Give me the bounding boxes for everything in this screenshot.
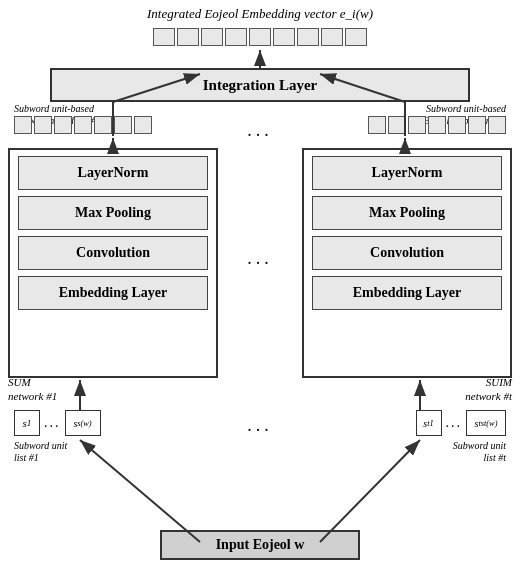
token-ststw: stst(w) — [466, 410, 506, 436]
diagram: Integrated Eojeol Embedding vector e_i(w… — [0, 0, 520, 572]
sub-cell — [54, 116, 72, 134]
svg-line-11 — [320, 440, 420, 542]
tokens-right: st1 ... stst(w) — [416, 410, 507, 436]
output-vector — [153, 28, 367, 46]
net-label-right: SUIM network #t — [465, 375, 512, 404]
sub-cell — [428, 116, 446, 134]
vector-cell — [225, 28, 247, 46]
token-dots-left: ... — [44, 415, 61, 431]
top-label: Integrated Eojeol Embedding vector e_i(w… — [147, 6, 373, 22]
subword-label-right: Subword unit list #t — [453, 440, 506, 464]
embedding-right: Embedding Layer — [312, 276, 502, 310]
token-ssw: ss(w) — [65, 410, 101, 436]
sub-cell — [448, 116, 466, 134]
sub-emb-right — [368, 116, 506, 134]
token-dots-right: ... — [446, 415, 463, 431]
dots-mid: ... — [247, 248, 273, 269]
vector-cell — [297, 28, 319, 46]
dots-tokens: ... — [247, 415, 273, 436]
sub-cell — [34, 116, 52, 134]
vector-cell — [345, 28, 367, 46]
sub-cell — [388, 116, 406, 134]
sub-cell — [134, 116, 152, 134]
integration-layer: Integration Layer — [50, 68, 470, 102]
net-label-left: SUM network #1 — [8, 375, 57, 404]
tokens-left: s1 ... ss(w) — [14, 410, 101, 436]
sub-cell — [468, 116, 486, 134]
dots-sub-emb: ... — [247, 120, 273, 141]
vector-cell — [273, 28, 295, 46]
vector-cell — [177, 28, 199, 46]
sub-cell — [368, 116, 386, 134]
convolution-left: Convolution — [18, 236, 208, 270]
maxpooling-right: Max Pooling — [312, 196, 502, 230]
sub-cell — [114, 116, 132, 134]
layernorm-left: LayerNorm — [18, 156, 208, 190]
token-st1: st1 — [416, 410, 442, 436]
input-eojeol-box: Input Eojeol w — [160, 530, 360, 560]
vector-cell — [153, 28, 175, 46]
vector-cell — [201, 28, 223, 46]
svg-line-10 — [80, 440, 200, 542]
vector-cell — [321, 28, 343, 46]
sub-cell — [94, 116, 112, 134]
layernorm-right: LayerNorm — [312, 156, 502, 190]
sub-cell — [74, 116, 92, 134]
sub-cell — [14, 116, 32, 134]
subword-label-left: Subword unit list #1 — [14, 440, 67, 464]
embedding-left: Embedding Layer — [18, 276, 208, 310]
network-box-right: LayerNorm Max Pooling Convolution Embedd… — [302, 148, 512, 378]
sub-cell — [408, 116, 426, 134]
sub-cell — [488, 116, 506, 134]
convolution-right: Convolution — [312, 236, 502, 270]
token-s1: s1 — [14, 410, 40, 436]
maxpooling-left: Max Pooling — [18, 196, 208, 230]
network-box-left: LayerNorm Max Pooling Convolution Embedd… — [8, 148, 218, 378]
vector-cell — [249, 28, 271, 46]
sub-emb-left — [14, 116, 152, 134]
